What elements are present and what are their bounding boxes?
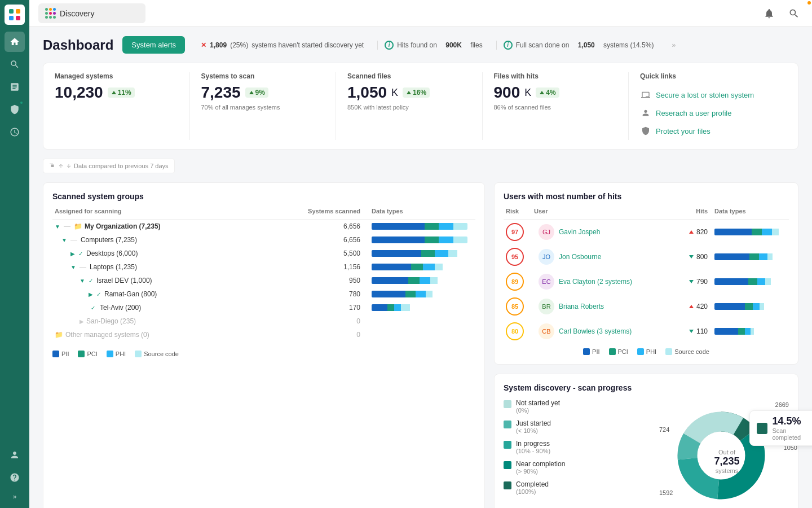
- quick-link-user[interactable]: Reserach a user profile: [640, 104, 787, 122]
- systems-scanned-val: 0: [293, 317, 360, 325]
- page-title: Dashboard: [43, 37, 113, 53]
- pci-label: PCI: [618, 348, 628, 355]
- users-table-header: Risk User Hits Data types: [504, 208, 789, 220]
- trend-down-icon: [689, 279, 694, 284]
- sidebar-shield[interactable]: [5, 99, 25, 120]
- tree-arrow[interactable]: ▼: [80, 278, 85, 284]
- user-name-link[interactable]: Eva Clayton (2 systems): [559, 278, 632, 286]
- hits-value: 800: [663, 253, 708, 261]
- app-name: Discovery: [60, 9, 94, 18]
- phi-dot: [637, 348, 644, 355]
- svg-rect-0: [9, 9, 14, 14]
- in-progress-dot: [504, 441, 511, 449]
- avatar: CB: [539, 323, 554, 339]
- quick-link-secure[interactable]: Secure a lost or stolen system: [640, 86, 787, 104]
- page-content: Dashboard System alerts ✕ 1,809 (25%) sy…: [29, 27, 812, 508]
- in-progress-pct: (10% - 90%): [516, 448, 550, 454]
- donut-total-value: 7,235: [714, 456, 739, 467]
- completed-dot: [504, 481, 511, 489]
- table-row: ▶ ✓ Ramat-Gan (800) 780: [52, 287, 475, 301]
- system-alerts-button[interactable]: System alerts: [122, 36, 185, 54]
- tree-arrow[interactable]: ▼: [70, 264, 76, 270]
- user-data-types-bar: [708, 303, 787, 310]
- user-name-link[interactable]: Briana Roberts: [559, 303, 604, 310]
- stat-hits-label: Files with hits: [494, 72, 617, 80]
- avatar: JO: [539, 249, 554, 265]
- user-info: CB Carl Bowles (3 systems): [534, 323, 663, 339]
- row-name: My Organization (7,235): [85, 222, 161, 230]
- data-note-text: Data compared to previous 7 days: [74, 163, 169, 169]
- legend-source-code: Source code: [135, 351, 179, 357]
- row-name: San-Diego (235): [86, 317, 136, 325]
- data-types-bar: [360, 304, 473, 311]
- stat-to-scan-sub: 70% of all manages systems: [201, 104, 325, 111]
- tree-arrow[interactable]: ▼: [61, 237, 67, 243]
- stat-scanned-label: Scanned files: [347, 72, 471, 80]
- sidebar-help[interactable]: [5, 467, 25, 488]
- user-data-types-bar: [708, 328, 787, 335]
- completed-info: 14.5% Scan completed: [772, 415, 812, 441]
- hits-value: 820: [663, 228, 708, 236]
- notification-icon[interactable]: [760, 5, 778, 23]
- alert-item-1: ✕ 1,809 (25%) systems haven't started di…: [194, 41, 370, 49]
- users-title: Users with most number of hits: [504, 192, 789, 201]
- risk-score: 89: [506, 273, 534, 291]
- tree-arrow[interactable]: ▶: [89, 291, 93, 297]
- tree-arrow[interactable]: ▼: [55, 224, 60, 230]
- sidebar-expand[interactable]: »: [5, 490, 25, 503]
- pii-dot: [583, 348, 590, 355]
- alert-info-icon-1: i: [385, 41, 394, 50]
- alert3-text: Full scan done on: [516, 41, 570, 49]
- sidebar-clock[interactable]: [5, 122, 25, 142]
- app-selector[interactable]: Discovery: [38, 3, 145, 23]
- sidebar-user[interactable]: [5, 445, 25, 465]
- just-started-label: Just started: [516, 419, 551, 427]
- prog-completed: Completed (100%): [504, 480, 656, 495]
- sidebar-reports[interactable]: [5, 77, 25, 97]
- donut-label-just-started: 724: [659, 426, 669, 433]
- stat-hits-badge: 4%: [536, 87, 559, 98]
- app-logo: [5, 5, 25, 25]
- list-item: 85 BR Briana Roberts 420: [504, 294, 789, 319]
- sidebar-home[interactable]: [5, 32, 25, 52]
- systems-scanned-val: 1,156: [293, 263, 360, 271]
- col-systems-scanned: Systems scanned: [293, 208, 360, 214]
- scan-progress-content: Not started yet (0%) Just started (< 10%…: [504, 399, 789, 508]
- alerts-chevron[interactable]: »: [672, 41, 676, 49]
- list-item: 97 GJ Gavin Jospeh 820: [504, 220, 789, 244]
- sidebar-search[interactable]: [5, 54, 25, 75]
- avatar: GJ: [539, 224, 554, 240]
- completed-scan-label: Scan completed: [772, 427, 812, 441]
- user-name-link[interactable]: Carl Bowles (3 systems): [559, 327, 632, 335]
- pii-color: [52, 351, 59, 357]
- scan-progress-panel: System discovery - scan progress Not sta…: [494, 374, 798, 508]
- trend-down-icon: [689, 329, 694, 334]
- stat-managed-value: 10,230 11%: [55, 84, 178, 102]
- stat-managed-badge: 11%: [108, 87, 135, 98]
- stat-files-hits: Files with hits 900K 4% 86% of scanned f…: [494, 72, 629, 140]
- trend-down-icon: [689, 254, 694, 260]
- risk-score: 97: [506, 223, 534, 241]
- pii-label: PII: [592, 348, 599, 355]
- pci-color: [78, 351, 85, 357]
- risk-badge-95: 95: [506, 248, 524, 266]
- alert-item-3: i Full scan done on 1,050 systems (14.5%…: [496, 41, 661, 50]
- search-icon[interactable]: [785, 5, 803, 23]
- tree-arrow[interactable]: ▶: [80, 318, 84, 325]
- alert1-count: 1,809: [210, 41, 227, 49]
- tree-arrow[interactable]: ▶: [70, 251, 75, 257]
- user-name-link[interactable]: Gavin Jospeh: [559, 228, 600, 236]
- systems-scanned-val: 950: [293, 277, 360, 284]
- trend-up-icon: [689, 229, 694, 235]
- system-groups-header: Assigned for scanning Systems scanned Da…: [52, 208, 475, 220]
- stats-row: Managed systems 10,230 11% Systems to sc…: [43, 63, 798, 150]
- pci-dot: [609, 348, 616, 355]
- check-icon: ✓: [96, 291, 101, 297]
- row-name: Desktops (6,000): [86, 249, 138, 257]
- systems-scanned-val: 5,500: [293, 249, 360, 257]
- col-hits: Hits: [663, 208, 708, 214]
- user-name-link[interactable]: Jon Osbourne: [559, 253, 601, 261]
- risk-badge-80: 80: [506, 322, 524, 340]
- quick-link-files[interactable]: Protect your files: [640, 122, 787, 140]
- systems-scanned-val: 170: [293, 304, 360, 312]
